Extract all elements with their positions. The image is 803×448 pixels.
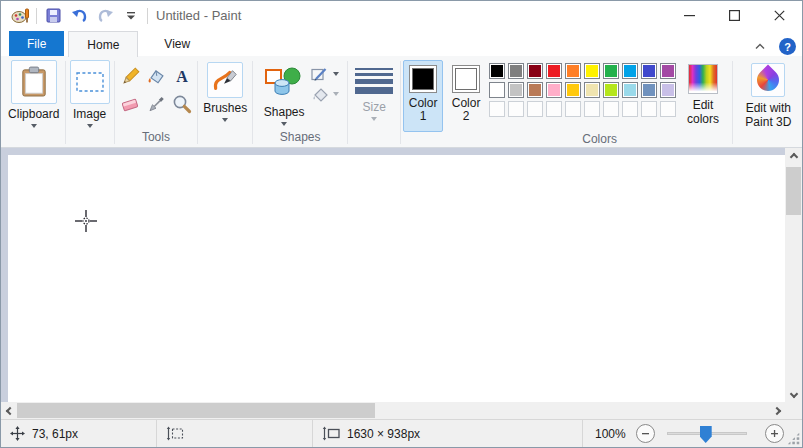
pencil-tool-icon[interactable] xyxy=(119,65,141,89)
magnifier-tool-icon[interactable] xyxy=(171,92,193,116)
shapes-button[interactable]: Shapes xyxy=(261,58,307,130)
zoom-slider[interactable] xyxy=(667,432,747,435)
minimize-icon[interactable] xyxy=(667,1,712,30)
color1-swatch xyxy=(409,65,437,93)
zoom-slider-thumb[interactable] xyxy=(700,426,712,443)
chevron-down-icon xyxy=(87,124,93,128)
window-controls xyxy=(667,1,802,30)
drawing-canvas[interactable] xyxy=(8,155,785,402)
paint3d-button[interactable]: Edit with Paint 3D xyxy=(737,58,799,147)
empty-swatch[interactable] xyxy=(641,101,657,117)
paint-logo-icon[interactable] xyxy=(10,6,30,26)
eyedropper-tool-icon[interactable] xyxy=(145,92,167,116)
image-button[interactable]: Image xyxy=(70,58,110,147)
empty-swatch[interactable] xyxy=(603,101,619,117)
window-title: Untitled - Paint xyxy=(156,8,241,23)
selection-size-section xyxy=(157,420,312,447)
scroll-left-icon[interactable] xyxy=(1,402,18,419)
line-size-icon xyxy=(355,68,393,94)
image-label: Image xyxy=(73,107,106,121)
horizontal-scrollbar-thumb[interactable] xyxy=(17,403,375,418)
chevron-down-icon xyxy=(31,124,37,128)
vertical-scrollbar[interactable] xyxy=(785,148,802,402)
group-divider xyxy=(114,61,115,144)
color-swatch[interactable] xyxy=(584,63,600,79)
color-swatch[interactable] xyxy=(546,82,562,98)
tab-view[interactable]: View xyxy=(146,31,208,56)
collapse-ribbon-icon[interactable] xyxy=(751,39,769,55)
brushes-button[interactable]: Brushes xyxy=(203,58,247,147)
group-tools: A xyxy=(117,58,196,147)
color-swatch[interactable] xyxy=(622,63,638,79)
color-swatch[interactable] xyxy=(508,63,524,79)
help-icon[interactable]: ? xyxy=(779,38,796,55)
color-swatch[interactable] xyxy=(565,82,581,98)
undo-icon[interactable] xyxy=(69,6,89,26)
tools-caption: Tools xyxy=(117,130,196,147)
paint-window: Untitled - Paint File Home View ? xyxy=(0,0,803,448)
colors-caption: Colors xyxy=(403,132,676,147)
color1-button[interactable]: Color 1 xyxy=(403,60,443,132)
color-swatch[interactable] xyxy=(489,63,505,79)
eraser-tool-icon[interactable] xyxy=(119,92,141,116)
color-swatch[interactable] xyxy=(527,63,543,79)
maximize-icon[interactable] xyxy=(712,1,757,30)
empty-swatch[interactable] xyxy=(584,101,600,117)
color-swatch[interactable] xyxy=(527,82,543,98)
color-swatch[interactable] xyxy=(660,63,676,79)
quick-access-toolbar xyxy=(1,6,148,26)
redo-icon[interactable] xyxy=(95,6,115,26)
qat-separator xyxy=(147,8,148,24)
customize-qat-icon[interactable] xyxy=(121,6,141,26)
color-swatch[interactable] xyxy=(565,63,581,79)
group-paint3d: Edit with Paint 3D xyxy=(735,58,802,147)
color-swatch[interactable] xyxy=(641,63,657,79)
color-palette xyxy=(489,63,676,117)
vertical-scrollbar-thumb[interactable] xyxy=(786,167,801,215)
empty-swatch[interactable] xyxy=(565,101,581,117)
zoom-out-icon[interactable] xyxy=(636,424,655,443)
empty-swatch[interactable] xyxy=(508,101,524,117)
scroll-down-icon[interactable] xyxy=(785,385,802,402)
chevron-down-icon xyxy=(333,72,339,76)
edit-colors-button[interactable]: Edit colors xyxy=(681,58,725,147)
close-icon[interactable] xyxy=(757,1,802,30)
shape-fill-button[interactable] xyxy=(311,86,339,102)
tab-home[interactable]: Home xyxy=(68,31,138,57)
zoom-in-icon[interactable] xyxy=(765,424,784,443)
qat-separator xyxy=(36,8,37,24)
group-divider xyxy=(347,61,348,144)
size-button[interactable]: Size xyxy=(355,58,393,147)
empty-swatch[interactable] xyxy=(622,101,638,117)
color-swatch[interactable] xyxy=(489,82,505,98)
color-swatch[interactable] xyxy=(508,82,524,98)
shape-outline-button[interactable] xyxy=(311,66,339,82)
horizontal-scrollbar[interactable] xyxy=(1,402,785,419)
zoom-section: 100% xyxy=(582,420,802,447)
clipboard-button[interactable]: Clipboard xyxy=(8,58,59,147)
scroll-right-icon[interactable] xyxy=(768,402,785,419)
tab-file[interactable]: File xyxy=(9,31,64,56)
color-swatch[interactable] xyxy=(603,63,619,79)
color-swatch[interactable] xyxy=(622,82,638,98)
color-swatch[interactable] xyxy=(603,82,619,98)
chevron-down-icon xyxy=(281,122,287,126)
color-swatch[interactable] xyxy=(660,82,676,98)
group-edit-colors: Edit colors xyxy=(676,58,730,147)
color-swatch[interactable] xyxy=(641,82,657,98)
group-divider xyxy=(400,61,401,144)
canvas-size-section: 1630 × 938px xyxy=(313,420,582,447)
empty-swatch[interactable] xyxy=(546,101,562,117)
color-swatch[interactable] xyxy=(546,63,562,79)
clipboard-icon xyxy=(11,60,57,104)
text-tool-icon[interactable]: A xyxy=(171,65,193,89)
color-swatch[interactable] xyxy=(584,82,600,98)
group-image: Image xyxy=(68,58,112,147)
fill-tool-icon[interactable] xyxy=(145,65,167,89)
empty-swatch[interactable] xyxy=(527,101,543,117)
save-icon[interactable] xyxy=(43,6,63,26)
empty-swatch[interactable] xyxy=(660,101,676,117)
scroll-up-icon[interactable] xyxy=(785,148,802,165)
empty-swatch[interactable] xyxy=(489,101,505,117)
color2-button[interactable]: Color 2 xyxy=(446,60,486,132)
